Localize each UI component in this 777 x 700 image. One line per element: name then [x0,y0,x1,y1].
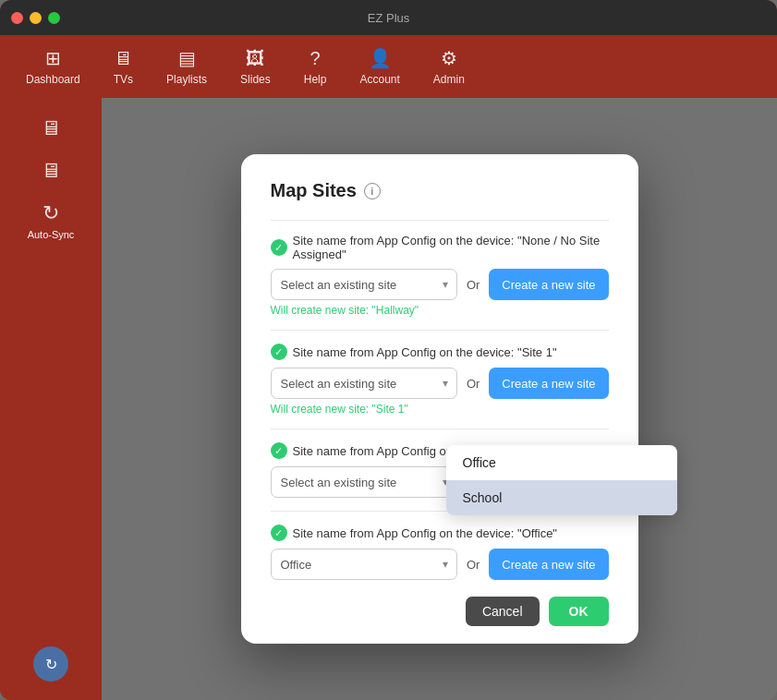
modal-title-area: Map Sites i [271,180,609,201]
help-icon: ? [310,48,321,69]
divider-3 [271,428,609,429]
refresh-icon: ↻ [45,656,57,673]
site-label-2: ✓ Site name from App Config on the devic… [271,344,609,360]
nav-tvs-label: TVs [114,73,133,86]
or-text-4: Or [467,558,480,572]
nav-slides[interactable]: 🖼 Slides [224,41,287,93]
create-site-button-4[interactable]: Create a new site [489,549,608,580]
sidebar: 🖥 🖥 ↻ Auto-Sync ↻ [0,98,102,700]
map-sites-modal: Map Sites i ✓ Site name from App Config … [241,154,638,644]
nav-help[interactable]: ? Help [287,41,344,93]
playlists-icon: ▤ [178,47,196,69]
admin-icon: ⚙ [441,47,457,69]
nav-tvs[interactable]: 🖥 TVs [97,41,150,93]
dropdown-item-school[interactable]: School [446,480,677,515]
ok-button[interactable]: OK [549,597,609,626]
site-label-2-text: Site name from App Config on the device:… [293,345,557,359]
site-label-1: ✓ Site name from App Config on the devic… [271,234,609,261]
site-controls-1: Select an existing site Office School ▾ … [271,269,609,300]
site-label-1-text: Site name from App Config on the device:… [293,234,609,261]
nav-playlists-label: Playlists [166,73,207,86]
nav-dashboard-label: Dashboard [26,73,80,86]
sidebar-auto-sync: ↻ Auto-Sync [28,201,75,240]
select-wrapper-2: Select an existing site Office School ▾ [271,368,457,399]
check-icon-2: ✓ [271,344,287,360]
or-text-2: Or [467,377,480,391]
site-controls-2: Select an existing site Office School ▾ … [271,368,609,399]
site-select-1[interactable]: Select an existing site Office School [271,269,457,300]
auto-sync-label: Auto-Sync [28,229,75,240]
site-controls-4: Office School ▾ Or Create a new site [271,549,609,580]
maximize-button[interactable] [48,12,60,24]
site-dropdown-popup: Office School [446,445,677,515]
will-create-2: Will create new site: "Site 1" [271,403,609,416]
window-title: EZ Plus [368,11,410,25]
select-wrapper-1: Select an existing site Office School ▾ [271,269,457,300]
modal-title-text: Map Sites [271,180,357,201]
select-wrapper-4: Office School ▾ [271,549,457,580]
check-icon-1: ✓ [271,239,287,256]
site-label-4-text: Site name from App Config on the device:… [293,526,557,540]
cancel-button[interactable]: Cancel [466,597,540,626]
divider-2 [271,330,609,331]
divider-1 [271,220,609,221]
or-text-1: Or [467,278,480,292]
tvs-icon: 🖥 [114,48,132,69]
close-button[interactable] [11,12,23,24]
nav-admin[interactable]: ⚙ Admin [417,40,481,93]
will-create-1: Will create new site: "Hallway" [271,304,609,317]
sidebar-tv-icon: 🖥 [41,116,61,140]
site-select-2[interactable]: Select an existing site Office School [271,368,457,399]
select-wrapper-3: Select an existing site Office School ▾ [271,466,457,498]
app-window: EZ Plus ⊞ Dashboard 🖥 TVs ▤ Playlists 🖼 … [0,0,777,700]
site-row-2: ✓ Site name from App Config on the devic… [271,344,609,416]
nav-account[interactable]: 👤 Account [343,40,416,93]
refresh-button[interactable]: ↻ [33,646,68,682]
navbar: ⊞ Dashboard 🖥 TVs ▤ Playlists 🖼 Slides ?… [0,35,777,98]
nav-dashboard[interactable]: ⊞ Dashboard [9,40,97,93]
dropdown-item-office[interactable]: Office [446,445,677,480]
info-icon[interactable]: i [364,183,381,199]
nav-slides-label: Slides [240,73,271,86]
nav-help-label: Help [304,73,327,86]
create-site-button-1[interactable]: Create a new site [489,269,608,300]
nav-admin-label: Admin [433,73,465,86]
sync-icon: ↻ [42,201,59,225]
nav-account-label: Account [359,73,399,86]
traffic-lights [11,12,60,24]
account-icon: 👤 [369,47,392,69]
site-row-1: ✓ Site name from App Config on the devic… [271,234,609,317]
modal-footer: Cancel OK [271,597,609,626]
site-label-4: ✓ Site name from App Config on the devic… [271,525,609,541]
main-content: Map Sites i ✓ Site name from App Config … [102,98,777,700]
check-icon-3: ✓ [271,442,287,459]
check-icon-4: ✓ [271,525,287,541]
nav-playlists[interactable]: ▤ Playlists [150,40,224,93]
sidebar-display-icon: 🖥 [41,159,61,183]
app-body: 🖥 🖥 ↻ Auto-Sync ↻ Map Sites i [0,98,777,700]
modal-overlay: Map Sites i ✓ Site name from App Config … [102,98,777,700]
minimize-button[interactable] [30,12,42,24]
site-select-3[interactable]: Select an existing site Office School [271,466,457,498]
slides-icon: 🖼 [246,48,264,69]
dashboard-icon: ⊞ [45,47,61,69]
create-site-button-2[interactable]: Create a new site [489,368,608,399]
site-row-4: ✓ Site name from App Config on the devic… [271,525,609,580]
site-select-4[interactable]: Office School [271,549,457,580]
titlebar: EZ Plus [0,0,777,35]
